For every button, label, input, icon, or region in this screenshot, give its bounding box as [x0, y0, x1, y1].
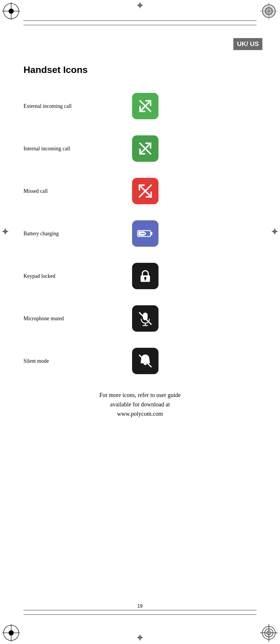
list-item: Battery charging: [23, 220, 257, 247]
bottom-rule-1: [23, 614, 257, 615]
battery-charging-label: Battery charging: [23, 231, 117, 237]
list-item: Microphone muted: [23, 305, 257, 332]
footer-text: For more icons, refer to user guide avai…: [23, 390, 257, 418]
external-incoming-call-label: External incoming call: [23, 103, 117, 109]
keypad-locked-icon-box: [132, 263, 158, 289]
list-item: Keypad locked: [23, 263, 257, 289]
page-number: 19: [137, 604, 143, 609]
corner-mark-bl: [2, 624, 20, 642]
keypad-locked-icon: [136, 267, 154, 285]
list-item: External incoming call: [23, 93, 257, 119]
side-mark-right-1: [272, 229, 278, 236]
battery-charging-icon: [136, 225, 154, 242]
corner-mark-tl: [2, 2, 20, 20]
top-rule-2: [23, 25, 257, 25]
missed-call-icon-box: [132, 178, 158, 204]
top-edge-mark: [137, 2, 143, 9]
internal-incoming-call-label: Internal incoming call: [23, 146, 117, 152]
internal-call-icon: [136, 140, 154, 157]
svg-rect-34: [151, 232, 152, 235]
silent-mode-label: Silent mode: [23, 358, 117, 364]
side-mark-left-1: [2, 229, 8, 236]
microphone-muted-label: Microphone muted: [23, 316, 117, 322]
page-title: Handset Icons: [23, 64, 257, 75]
external-call-icon: [136, 97, 154, 115]
microphone-muted-icon: [136, 310, 154, 327]
list-item: Missed call: [23, 178, 257, 204]
internal-incoming-call-icon-box: [132, 135, 158, 162]
locale-badge: UK/ US: [233, 38, 262, 50]
silent-mode-icon-box: [132, 348, 158, 374]
bottom-edge-mark: [137, 635, 143, 642]
missed-call-label: Missed call: [23, 188, 117, 194]
top-rule-1: [23, 21, 257, 21]
corner-mark-tr: [260, 2, 278, 20]
missed-call-icon: [136, 182, 154, 200]
bottom-rule-2: [23, 610, 257, 610]
svg-rect-39: [145, 279, 146, 280]
main-content: Handset Icons External incoming call Int…: [23, 64, 257, 436]
list-item: Silent mode: [23, 348, 257, 374]
keypad-locked-label: Keypad locked: [23, 273, 117, 279]
battery-charging-icon-box: [132, 220, 158, 247]
list-item: Internal incoming call: [23, 135, 257, 162]
microphone-muted-icon-box: [132, 305, 158, 332]
external-incoming-call-icon-box: [132, 93, 158, 119]
silent-mode-icon: [136, 352, 154, 370]
corner-mark-br: [260, 624, 278, 642]
